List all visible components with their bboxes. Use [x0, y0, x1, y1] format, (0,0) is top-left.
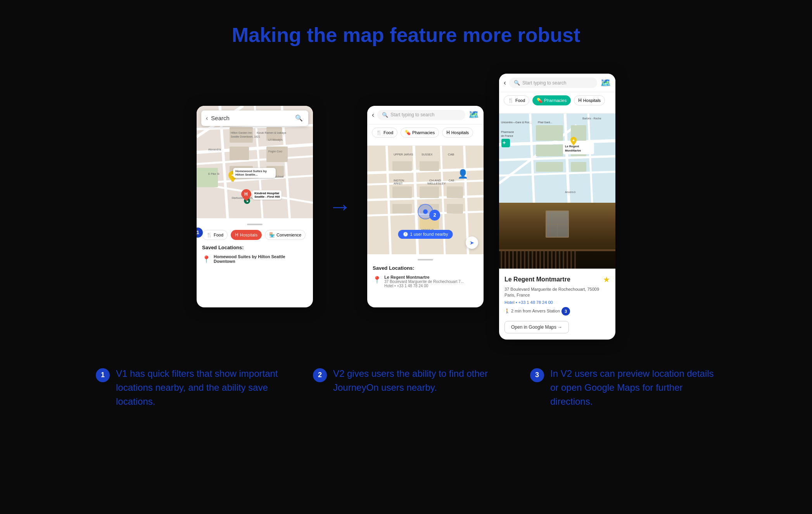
saved-title-s2: Saved Locations:	[373, 265, 478, 271]
food-icon-s3: 🍴	[508, 98, 514, 103]
chip-hospitals-label-s2: Hospitals	[451, 130, 469, 135]
svg-text:E Pike St: E Pike St	[208, 172, 219, 175]
screen1-map: Hilton Garden Inn Seattle Downtown, 1821…	[197, 106, 313, 218]
chip-hospitals-s2[interactable]: H Hospitals	[442, 128, 473, 138]
screen1-bottom-sheet: 🍴 Food H Hospitals 🏪 Convenience Saved L…	[197, 218, 313, 270]
filter-chips-screen1: 🍴 Food H Hospitals 🏪 Convenience	[202, 230, 308, 240]
back-chevron: ‹	[206, 115, 208, 122]
saved-item-homewood[interactable]: 📍 Homewood Suites by Hilton Seattle Down…	[202, 254, 308, 264]
bottom-handle-s2	[418, 259, 433, 260]
regent-sub: 37 Boulevard Marguerite de Rochechouart …	[384, 279, 464, 284]
svg-text:INGTON: INGTON	[394, 179, 404, 182]
person-icon: 👤	[458, 169, 468, 179]
regent-name: Le Regent Montmartre	[384, 275, 464, 279]
user-found-text: 1 user found nearby	[410, 232, 448, 236]
food-icon: 🍴	[206, 232, 212, 238]
chip-food[interactable]: 🍴 Food	[202, 230, 228, 240]
svg-rect-48	[447, 204, 463, 214]
chip-food-s3[interactable]: 🍴 Food	[504, 95, 529, 105]
svg-text:de France: de France	[501, 135, 513, 137]
descriptions-row: 1 V1 has quick filters that show importa…	[96, 367, 716, 409]
svg-rect-43	[392, 186, 412, 198]
svg-text:UPPER JARVIS: UPPER JARVIS	[394, 153, 413, 156]
svg-text:WELLESLEY: WELLESLEY	[427, 182, 446, 185]
pharmacy-icon-s2: 💊	[405, 130, 411, 135]
detail-phone[interactable]: Hotel • +33 1 48 78 24 00	[504, 300, 610, 305]
convenience-icon: 🏪	[269, 232, 275, 238]
hospital-icon: H	[235, 232, 238, 238]
svg-text:Anvers⊙: Anvers⊙	[565, 191, 576, 193]
chip-hospitals[interactable]: H Hospitals	[231, 230, 262, 240]
saved-item-name: Homewood Suites by Hilton Seattle Downto…	[214, 254, 308, 264]
svg-text:Fogón Coci: Fogón Coci	[268, 150, 282, 153]
badge-3-inline: 3	[561, 307, 570, 316]
chip-pharmacies-s3[interactable]: 💊 Pharmacies	[532, 95, 571, 105]
screen3-header: ‹ 🔍 Start typing to search 🗺️	[499, 74, 615, 92]
place-name: Le Regent Montmartre	[504, 276, 603, 283]
svg-rect-16	[197, 168, 218, 187]
svg-rect-45	[392, 204, 412, 214]
chip-food-s2[interactable]: 🍴 Food	[372, 128, 397, 138]
desc-text-3: In V2 users can preview location details…	[550, 367, 716, 409]
chip-food-label-s2: Food	[384, 130, 393, 135]
nav-arrow[interactable]: ➤	[466, 236, 478, 249]
saved-item-regent[interactable]: 📍 Le Regent Montmartre 37 Boulevard Marg…	[373, 275, 478, 288]
hospital-pin: H Kindred Hospital Seattle - First Hill	[241, 189, 282, 201]
screen3-phone: ‹ 🔍 Start typing to search 🗺️ 🍴 Food 💊 P…	[499, 74, 615, 340]
svg-text:Seattle Downtown, 1821: Seattle Downtown, 1821	[231, 135, 260, 138]
svg-rect-72	[571, 162, 586, 172]
detail-address: 37 Boulevard Marguerite de Rochechouart,…	[504, 286, 610, 298]
svg-rect-47	[447, 186, 463, 198]
search-input-screen2[interactable]: 🔍 Start typing to search	[377, 110, 465, 120]
svg-text:CAB: CAB	[448, 153, 454, 156]
search-input-screen3[interactable]: 🔍 Start typing to search	[509, 78, 597, 88]
arrow-1: →	[328, 193, 352, 220]
svg-text:H: H	[244, 191, 248, 197]
desc-badge-3: 3	[530, 368, 544, 382]
svg-text:Barbès - Roche: Barbès - Roche	[582, 117, 601, 120]
svg-rect-68	[536, 145, 563, 156]
detail-walk: 🚶 2 min from Anvers Station 3	[504, 307, 610, 316]
screen1-phone: Hilton Garden Inn Seattle Downtown, 1821…	[197, 106, 313, 307]
chip-hospitals-label-s3: Hospitals	[583, 98, 601, 103]
svg-text:Kizuki Ramen & Izakaya: Kizuki Ramen & Izakaya	[257, 131, 286, 135]
chip-pharmacies-label-s3: Pharmacies	[544, 98, 567, 103]
screen1-search-bar[interactable]: ‹ Search 🔍	[201, 110, 308, 126]
screen2-bottom: Saved Locations: 📍 Le Regent Montmartre …	[367, 254, 484, 293]
user-found-bubble: 🕐 1 user found nearby	[398, 230, 453, 239]
svg-rect-67	[536, 125, 563, 141]
detail-name-row: Le Regent Montmartre ★	[504, 275, 610, 284]
regent-detail: Hotel • +33 1 48 78 24 00	[384, 284, 464, 288]
filter-chips-screen2: 🍴 Food 💊 Pharmacies H Hospitals	[372, 128, 479, 138]
chip-hospitals-label: Hospitals	[240, 233, 257, 237]
chip-convenience[interactable]: 🏪 Convenience	[265, 230, 306, 240]
svg-text:+: +	[503, 140, 506, 146]
desc-item-3: 3 In V2 users can preview location detai…	[530, 367, 716, 409]
photo-strip	[499, 203, 615, 269]
svg-text:SUSSEX: SUSSEX	[422, 153, 433, 156]
svg-text:Phal Gard...: Phal Gard...	[538, 121, 552, 124]
screen2-phone: ‹ 🔍 Start typing to search 🗺️ 🍴 Food 💊 P…	[367, 106, 484, 307]
bottom-sheet-handle	[247, 224, 263, 225]
chip-pharmacies-label-s2: Pharmacies	[412, 130, 435, 135]
search-icon[interactable]: 🔍	[294, 114, 304, 123]
search-text: Search	[211, 115, 294, 121]
screen2-map: UPPER JARVIS SUSSEX CAB INGTON ARKET CH …	[367, 146, 484, 254]
back-button-screen3[interactable]: ‹	[504, 79, 506, 87]
regent-text: Le Regent Montmartre 37 Boulevard Margue…	[384, 275, 464, 288]
open-maps-button[interactable]: Open in Google Maps →	[504, 321, 569, 333]
chip-food-label-s3: Food	[515, 98, 525, 103]
svg-text:ARKET: ARKET	[394, 182, 403, 185]
chip-hospitals-s3[interactable]: H Hospitals	[574, 95, 605, 105]
saved-pin-icon: 📍	[202, 255, 211, 264]
back-button-screen2[interactable]: ‹	[372, 111, 374, 119]
screen3-map-svg: Pharmacie de France Unicentre—Gare & Roc…	[499, 114, 615, 203]
chip-pharmacies-s2[interactable]: 💊 Pharmacies	[401, 128, 439, 138]
map-icon-screen2: 🗺️	[468, 110, 479, 120]
search-placeholder-screen2: Start typing to search	[390, 112, 434, 117]
svg-rect-41	[392, 161, 412, 171]
hospital-icon-s2: H	[446, 130, 450, 135]
svg-rect-10	[230, 127, 253, 143]
filter-chips-screen3-wrapper: 🍴 Food 💊 Pharmacies H Hospitals	[499, 92, 615, 114]
saved-title-screen1: Saved Locations:	[202, 245, 308, 250]
